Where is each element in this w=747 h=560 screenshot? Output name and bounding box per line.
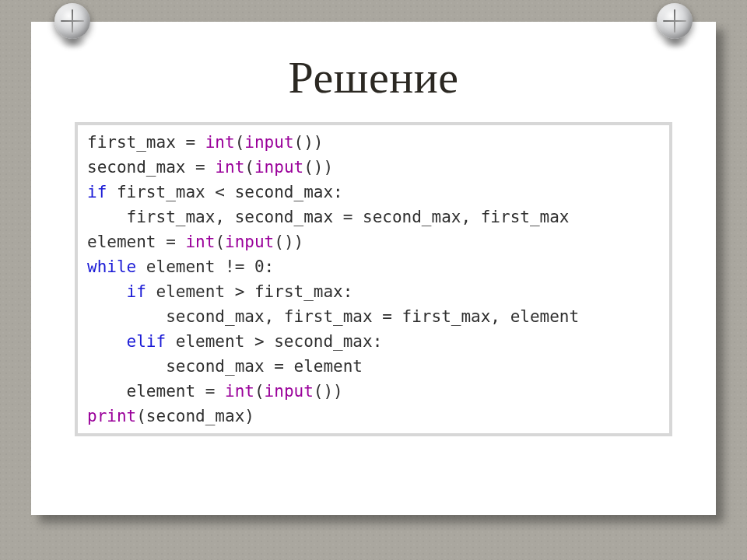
code-text: first_max < second_max: [107,183,342,201]
code-text: first_max, second_max = second_max, firs… [87,208,570,226]
code-text: ( [235,133,245,152]
code-keyword: if [127,282,146,301]
screw-head [54,3,90,39]
code-builtin: int [205,133,235,152]
code-text: first_max = [87,133,205,152]
code-text: (second_max) [136,407,254,425]
code-text: element > second_max: [166,332,382,351]
code-text: ()) [303,158,333,177]
code-box: first_max = int(input()) second_max = in… [75,122,672,436]
code-keyword: elif [127,332,167,351]
slide-card: Решение first_max = int(input()) second_… [31,22,716,515]
code-text: ( [254,382,265,401]
code-builtin: input [254,158,303,177]
code-text: element > first_max: [146,282,353,301]
code-builtin: print [87,407,136,425]
code-text: second_max, first_max = first_max, eleme… [87,307,579,326]
code-builtin: input [225,233,274,251]
code-keyword: if [87,183,107,201]
code-text: ()) [274,233,303,251]
code-text: second_max = element [87,357,363,376]
screw-head [657,3,693,39]
code-builtin: int [225,382,254,401]
code-text: element = [87,233,185,251]
code-text: ()) [314,382,343,401]
screw-icon [657,3,693,58]
code-builtin: int [185,233,215,251]
code-text: ()) [294,133,324,152]
code-text [87,332,127,351]
code-text: ( [215,233,225,251]
screw-icon [54,3,90,58]
code-text: second_max = [87,158,215,177]
code-text [87,282,127,301]
code-keyword: while [87,257,136,276]
code-builtin: input [265,382,314,401]
code-text: element != 0: [136,257,274,276]
slide-title: Решение [75,51,672,103]
code-listing: first_max = int(input()) second_max = in… [87,130,660,429]
slide-background: Решение first_max = int(input()) second_… [0,0,747,560]
code-text: ( [244,158,254,177]
code-builtin: int [215,158,244,177]
code-builtin: input [244,133,293,152]
code-text: element = [87,382,225,401]
